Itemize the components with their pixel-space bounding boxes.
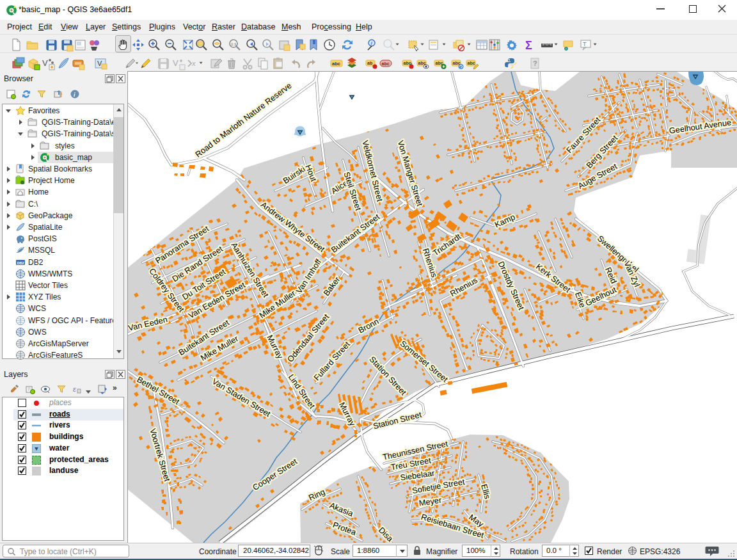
- svg-text:ab: ab: [367, 61, 372, 65]
- svg-text:abc: abc: [468, 61, 475, 65]
- svg-text:Road to Marloth Nature Reserve: Road to Marloth Nature Reserve: [193, 81, 293, 159]
- svg-text:abc: abc: [404, 61, 411, 65]
- svg-text:T: T: [583, 41, 587, 47]
- svg-text:V: V: [173, 58, 178, 68]
- svg-text:x: x: [191, 60, 196, 67]
- svg-text:abc: abc: [418, 61, 426, 65]
- svg-text:abc: abc: [332, 61, 340, 67]
- svg-text:abc: abc: [436, 61, 443, 65]
- svg-text:Σ: Σ: [525, 39, 532, 52]
- svg-text:ε: ε: [73, 385, 76, 393]
- svg-text:abc: abc: [453, 61, 461, 65]
- svg-text:DB2: DB2: [17, 260, 24, 264]
- svg-text:?: ?: [533, 60, 537, 67]
- svg-text:1:1: 1:1: [231, 42, 237, 46]
- svg-text:V: V: [42, 58, 48, 68]
- svg-text:abc: abc: [382, 61, 390, 66]
